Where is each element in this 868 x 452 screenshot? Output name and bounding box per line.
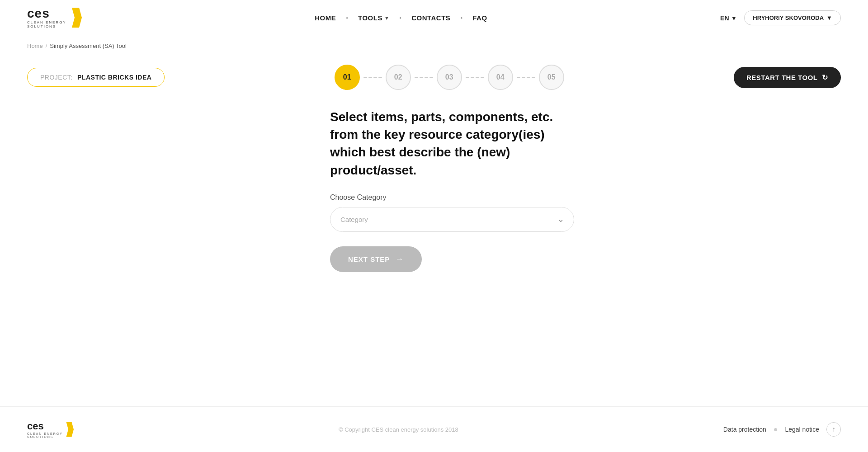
logo-chevron-icon	[71, 7, 82, 28]
breadcrumb-home[interactable]: Home	[27, 42, 43, 49]
next-step-button[interactable]: NEXT STEP →	[330, 246, 422, 272]
user-menu-button[interactable]: HRYHORIY SKOVORODA ▼	[744, 10, 841, 25]
content-area: Select items, parts, components, etc. fr…	[294, 108, 574, 272]
choose-category-label: Choose Category	[330, 193, 574, 202]
step-4: 04	[488, 65, 513, 90]
footer: ces CLEAN ENERGY SOLUTIONS © Copyright C…	[0, 406, 868, 452]
footer-logo-text: ces CLEAN ENERGY SOLUTIONS	[27, 420, 63, 438]
step-question: Select items, parts, components, etc. fr…	[330, 108, 574, 179]
top-row: PROJECT: PLASTIC BRICKS IDEA 01 02	[27, 65, 841, 90]
scroll-to-top-button[interactable]: ↑	[826, 422, 841, 437]
step-5: 05	[539, 65, 564, 90]
category-select-wrapper: Category ⌄	[330, 207, 574, 232]
category-select[interactable]: Category	[330, 207, 574, 232]
logo-text: ces CLEAN ENERGY SOLUTIONS	[27, 7, 66, 28]
step-circle-1[interactable]: 01	[335, 65, 360, 90]
logo-ces-label: ces	[27, 7, 66, 21]
tools-chevron-icon: ▼	[384, 15, 389, 21]
nav-home[interactable]: HOME	[308, 14, 342, 22]
step-circle-2[interactable]: 02	[386, 65, 411, 90]
footer-logo-sub2: SOLUTIONS	[27, 435, 63, 438]
header: ces CLEAN ENERGY SOLUTIONS HOME ● TOOLS …	[0, 0, 868, 36]
language-selector[interactable]: EN ▼	[720, 14, 737, 22]
step-dashes-3	[466, 77, 484, 78]
step-1: 01	[335, 65, 360, 90]
footer-dot: ●	[774, 425, 778, 433]
project-name: PLASTIC BRICKS IDEA	[77, 74, 151, 81]
nav-dot-1: ●	[346, 16, 348, 20]
next-arrow-icon: →	[395, 254, 404, 264]
logo-sub2: SOLUTIONS	[27, 25, 66, 29]
restart-tool-button[interactable]: RESTART THE TOOL ↻	[734, 67, 841, 88]
header-right: EN ▼ HRYHORIY SKOVORODA ▼	[720, 10, 841, 25]
nav-dot-3: ●	[460, 16, 462, 20]
step-circle-3[interactable]: 03	[437, 65, 462, 90]
footer-copyright: © Copyright CES clean energy solutions 2…	[339, 426, 458, 433]
project-prefix: PROJECT:	[40, 74, 73, 81]
main-content: PROJECT: PLASTIC BRICKS IDEA 01 02	[0, 56, 868, 406]
nav-dot-2: ●	[399, 16, 401, 20]
user-chevron-icon: ▼	[826, 14, 832, 21]
data-protection-link[interactable]: Data protection	[723, 426, 766, 433]
logo[interactable]: ces CLEAN ENERGY SOLUTIONS	[27, 7, 82, 28]
lang-chevron-icon: ▼	[731, 14, 737, 22]
footer-logo[interactable]: ces CLEAN ENERGY SOLUTIONS	[27, 420, 74, 438]
step-dashes-4	[517, 77, 535, 78]
nav-contacts[interactable]: CONTACTS	[405, 14, 457, 22]
breadcrumb-separator: /	[46, 42, 47, 49]
nav-faq[interactable]: FAQ	[466, 14, 493, 22]
main-nav: HOME ● TOOLS ▼ ● CONTACTS ● FAQ	[308, 14, 493, 22]
step-dashes-1	[363, 77, 382, 78]
step-circle-5[interactable]: 05	[539, 65, 564, 90]
step-dashes-2	[415, 77, 433, 78]
breadcrumb-current: Simply Assessment (SA) Tool	[50, 42, 127, 49]
steps-indicator: 01 02 03	[335, 65, 564, 90]
footer-logo-chevron-icon	[66, 421, 74, 438]
breadcrumb: Home / Simply Assessment (SA) Tool	[0, 36, 868, 56]
footer-links: Data protection ● Legal notice ↑	[723, 422, 841, 437]
step-circle-4[interactable]: 04	[488, 65, 513, 90]
legal-notice-link[interactable]: Legal notice	[785, 426, 819, 433]
restart-icon: ↻	[822, 73, 828, 82]
nav-tools[interactable]: TOOLS ▼	[352, 14, 396, 22]
step-2: 02	[386, 65, 411, 90]
footer-logo-sub1: CLEAN ENERGY	[27, 432, 63, 435]
step-3: 03	[437, 65, 462, 90]
project-badge: PROJECT: PLASTIC BRICKS IDEA	[27, 68, 165, 87]
